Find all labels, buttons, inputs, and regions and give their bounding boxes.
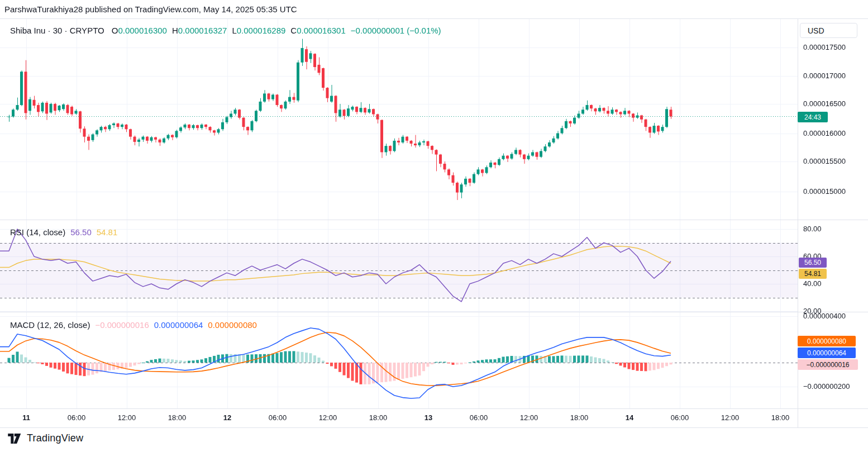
macd-signal-value: 0.000000080 bbox=[208, 320, 257, 330]
time-axis-label: 18:00 bbox=[159, 413, 195, 422]
tradingview-brand: TradingView bbox=[27, 432, 83, 444]
time-axis-label: 18:00 bbox=[360, 413, 396, 422]
time-axis-label: 12:00 bbox=[511, 413, 547, 422]
macd-axis-label: −0.000000200 bbox=[803, 382, 850, 391]
time-axis-label: 11 bbox=[8, 413, 44, 422]
time-axis-label: 12:00 bbox=[712, 413, 748, 422]
symbol-title: Shiba Inu · 30 · CRYPTO bbox=[10, 26, 104, 35]
ohlc-open: O 0.000016300 bbox=[112, 26, 167, 35]
tradingview-logo-link[interactable]: TradingView bbox=[8, 432, 83, 444]
macd-title: MACD (12, 26, close) bbox=[10, 320, 90, 330]
tradingview-icon bbox=[8, 434, 22, 444]
price-axis-label: 0.000016000 bbox=[803, 129, 846, 137]
time-axis-label: 14 bbox=[612, 413, 647, 422]
rsi-value-badge: 56.50 bbox=[799, 258, 827, 268]
time-axis-label: 06:00 bbox=[662, 413, 698, 422]
chart-canvas[interactable] bbox=[0, 0, 868, 430]
currency-unit-button[interactable]: USD bbox=[800, 23, 857, 38]
macd-line-badge: 0.000000064 bbox=[798, 348, 856, 358]
time-axis-label: 18:00 bbox=[561, 413, 597, 422]
macd-hist-badge: −0.000000016 bbox=[798, 359, 858, 370]
price-axis-label: 0.000017000 bbox=[803, 72, 846, 80]
macd-axis-label: 0.000000400 bbox=[803, 312, 846, 320]
time-axis-label: 18:00 bbox=[762, 413, 798, 422]
time-axis-label: 06:00 bbox=[260, 413, 295, 422]
published-header: ParshwaTurakhiya28 published on TradingV… bbox=[4, 4, 297, 14]
time-axis-label: 12 bbox=[209, 413, 245, 422]
time-axis-label: 06:00 bbox=[461, 413, 497, 422]
time-axis-label: 12:00 bbox=[310, 413, 346, 422]
ohlc-low: L 0.000016289 bbox=[232, 26, 285, 35]
macd-hist-value: −0.000000016 bbox=[95, 320, 149, 330]
price-change: −0.000000001 (−0.01%) bbox=[351, 26, 441, 35]
price-axis-label: 0.000016500 bbox=[803, 99, 846, 108]
time-axis-label: 12:00 bbox=[109, 413, 145, 422]
ohlc-close: C 0.000016301 bbox=[290, 26, 345, 35]
countdown-badge: 24:43 bbox=[798, 112, 828, 122]
macd-line-value: 0.000000064 bbox=[154, 320, 203, 330]
rsi-title: RSI (14, close) bbox=[10, 227, 65, 237]
macd-legend: MACD (12, 26, close) −0.000000016 0.0000… bbox=[10, 320, 257, 330]
macd-signal-badge: 0.000000080 bbox=[798, 336, 856, 346]
time-axis-label: 13 bbox=[411, 413, 446, 422]
rsi-axis-label: 40.00 bbox=[803, 279, 822, 288]
symbol-legend: Shiba Inu · 30 · CRYPTO O 0.000016300 H … bbox=[10, 26, 441, 35]
rsi-ma-value: 54.81 bbox=[97, 227, 118, 237]
rsi-axis-label: 80.00 bbox=[803, 225, 822, 233]
price-axis-label: 0.000015000 bbox=[803, 187, 846, 196]
price-axis-label: 0.000015500 bbox=[803, 157, 846, 165]
rsi-ma-badge: 54.81 bbox=[799, 269, 827, 279]
rsi-value: 56.50 bbox=[70, 227, 92, 237]
time-axis-label: 06:00 bbox=[59, 413, 94, 422]
price-axis-label: 0.000017500 bbox=[803, 43, 846, 51]
rsi-legend: RSI (14, close) 56.50 54.81 bbox=[10, 227, 117, 237]
ohlc-high: H 0.000016327 bbox=[172, 26, 227, 35]
